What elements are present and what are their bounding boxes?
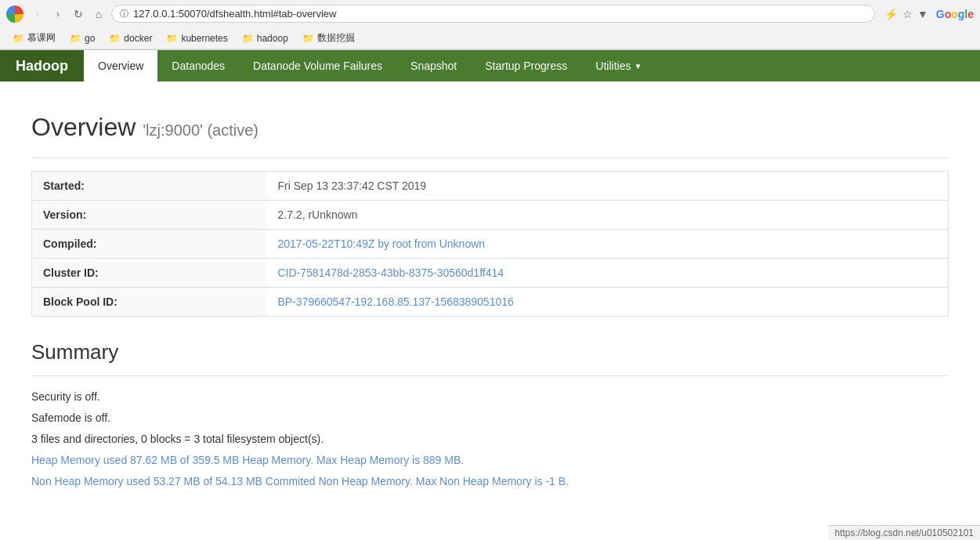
info-table: Started: Fri Sep 13 23:37:42 CST 2019 Ve… [31, 171, 949, 317]
table-row: Started: Fri Sep 13 23:37:42 CST 2019 [32, 172, 949, 201]
bookmark-数据挖掘[interactable]: 📁 数据挖掘 [296, 30, 361, 46]
page-heading: Overview 'lzj:9000' (active) [31, 113, 949, 142]
forward-button[interactable]: › [50, 6, 66, 22]
back-button[interactable]: ‹ [30, 6, 45, 22]
block-pool-id-link[interactable]: BP-379660547-192.168.85.137-156838905101… [278, 295, 514, 308]
table-value: BP-379660547-192.168.85.137-156838905101… [267, 288, 949, 317]
table-row: Cluster ID: CID-7581478d-2853-43bb-8375-… [32, 259, 949, 288]
summary-line-4: Non Heap Memory used 53.27 MB of 54.13 M… [31, 473, 949, 490]
summary-line-3: Heap Memory used 87.62 MB of 359.5 MB He… [31, 452, 949, 469]
cluster-id-link[interactable]: CID-7581478d-2853-43bb-8375-30560d1ff414 [278, 266, 504, 279]
browser-chrome: ‹ › ↻ ⌂ ⓘ 127.0.0.1:50070/dfshealth.html… [0, 0, 980, 50]
bookmarks-bar: 📁 慕课网 📁 go 📁 docker 📁 kubernetes 📁 hadoo… [0, 27, 980, 49]
bookmark-label: go [85, 33, 95, 44]
google-logo: Google [936, 8, 974, 20]
nav-item-overview[interactable]: Overview [84, 50, 157, 82]
table-value: 2017-05-22T10:49Z by root from Unknown [267, 230, 949, 259]
address-bar[interactable]: ⓘ 127.0.0.1:50070/dfshealth.html#tab-ove… [111, 5, 875, 23]
table-value: CID-7581478d-2853-43bb-8375-30560d1ff414 [267, 259, 949, 288]
g-red: o [945, 8, 952, 20]
bookmark-go[interactable]: 📁 go [63, 31, 101, 45]
dropdown-arrow-icon[interactable]: ▼ [917, 8, 928, 20]
nav-item-datanodes[interactable]: Datanodes [157, 50, 239, 82]
browser-toolbar: ‹ › ↻ ⌂ ⓘ 127.0.0.1:50070/dfshealth.html… [0, 0, 980, 27]
home-button[interactable]: ⌂ [91, 6, 107, 22]
g-blue: G [936, 8, 945, 20]
page-title: Overview [31, 113, 136, 141]
table-label: Block Pool ID: [32, 288, 267, 317]
summary-heading: Summary [31, 340, 949, 364]
summary-line-1: Safemode is off. [31, 410, 949, 426]
table-value: 2.7.2, rUnknown [267, 201, 949, 230]
folder-icon: 📁 [13, 33, 24, 44]
folder-icon: 📁 [109, 33, 121, 44]
hadoop-nav: Hadoop Overview Datanodes Datanode Volum… [0, 50, 980, 82]
hadoop-brand: Hadoop [0, 50, 84, 82]
table-row: Block Pool ID: BP-379660547-192.168.85.1… [32, 288, 949, 317]
lightning-icon[interactable]: ⚡ [884, 8, 898, 20]
chrome-logo [6, 5, 24, 23]
bookmark-label: hadoop [257, 33, 288, 44]
nav-item-utilities[interactable]: Utilities ▼ [581, 50, 656, 82]
table-label: Version: [32, 201, 267, 230]
summary-divider [31, 375, 949, 376]
table-label: Cluster ID: [32, 259, 267, 288]
table-label: Compiled: [32, 230, 267, 259]
nav-item-startup-progress[interactable]: Startup Progress [471, 50, 581, 82]
table-value: Fri Sep 13 23:37:42 CST 2019 [267, 172, 949, 201]
address-text: 127.0.0.1:50070/dfshealth.html#tab-overv… [133, 8, 866, 20]
folder-icon: 📁 [242, 33, 254, 44]
folder-icon: 📁 [302, 33, 314, 44]
folder-icon: 📁 [166, 33, 178, 44]
bookmark-慕课网[interactable]: 📁 慕课网 [6, 30, 62, 46]
nav-item-datanode-volume-failures[interactable]: Datanode Volume Failures [239, 50, 396, 82]
bookmark-hadoop[interactable]: 📁 hadoop [236, 31, 295, 45]
summary-line-0: Security is off. [31, 389, 949, 405]
bookmark-label: 数据挖掘 [317, 31, 355, 45]
secure-icon: ⓘ [120, 8, 128, 20]
g-yellow: o [951, 8, 958, 20]
browser-right-icons: ⚡ ☆ ▼ Google [884, 8, 974, 20]
bookmark-star-icon[interactable]: ☆ [902, 8, 913, 20]
g-red2: e [967, 8, 974, 20]
folder-icon: 📁 [70, 33, 81, 44]
bookmark-label: 慕课网 [27, 31, 56, 45]
main-content: Overview 'lzj:9000' (active) Started: Fr… [0, 82, 980, 510]
table-row: Version: 2.7.2, rUnknown [32, 201, 949, 230]
table-row: Compiled: 2017-05-22T10:49Z by root from… [32, 230, 949, 259]
table-label: Started: [32, 172, 267, 201]
overview-divider [31, 158, 949, 158]
page-subtitle: 'lzj:9000' (active) [143, 121, 259, 139]
nav-item-snapshot[interactable]: Snapshot [396, 50, 471, 82]
summary-line-2: 3 files and directories, 0 blocks = 3 to… [31, 431, 949, 448]
bookmark-label: docker [124, 33, 152, 44]
hadoop-nav-items: Overview Datanodes Datanode Volume Failu… [84, 50, 656, 82]
compiled-link[interactable]: 2017-05-22T10:49Z by root from Unknown [278, 237, 486, 250]
reload-button[interactable]: ↻ [71, 6, 86, 22]
bookmark-label: kubernetes [181, 33, 227, 44]
bookmark-docker[interactable]: 📁 docker [103, 31, 158, 45]
bookmark-kubernetes[interactable]: 📁 kubernetes [160, 31, 233, 45]
utilities-dropdown-icon: ▼ [634, 62, 642, 71]
utilities-label: Utilities [595, 60, 631, 72]
